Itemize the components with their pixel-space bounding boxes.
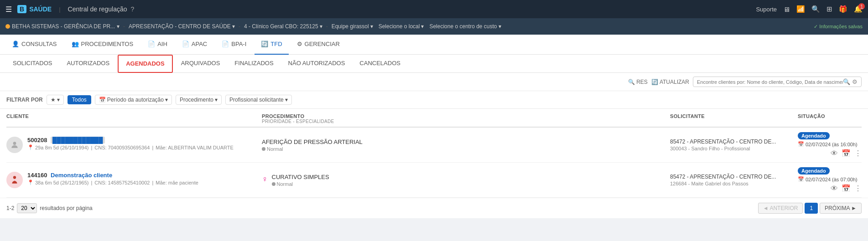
tab-cancelados[interactable]: CANCELADOS <box>352 55 408 73</box>
calendar-action-icon-2[interactable]: 📅 <box>842 184 851 193</box>
tab-finalizados[interactable]: FINALIZADOS <box>227 55 281 73</box>
per-page-select[interactable]: 20 <box>17 203 37 213</box>
consultas-icon: 👤 <box>12 41 19 47</box>
cost-center-name: Selecione o centro de custo <box>429 23 497 30</box>
search-submit-icon[interactable]: 🔍 <box>843 78 850 85</box>
pagination: 1-2 20 resultados por página ◄ ANTERIOR … <box>0 198 868 218</box>
view-icon-1[interactable]: 👁 <box>831 149 838 158</box>
gerenciar-label: GERENCIAR <box>305 41 340 47</box>
support-label: Suporte <box>756 6 777 13</box>
org-chevron-icon: ▾ <box>117 23 120 30</box>
tab-nao-autorizados[interactable]: NÃO AUTORIZADOS <box>281 55 353 73</box>
notification-badge: 1 <box>858 3 865 10</box>
nav-item-aih[interactable]: 📄 AIH <box>141 35 174 55</box>
tfd-label: TFD <box>270 41 282 47</box>
update-icon: 🔄 <box>651 79 658 85</box>
next-page-button[interactable]: PRÓXIMA ► <box>820 203 862 214</box>
priority-dot-icon-1 <box>262 147 265 151</box>
saved-info: ✓ Informações salvas <box>814 24 863 30</box>
nav-item-bpa-i[interactable]: 📄 BPA-I <box>215 35 253 55</box>
professional-filter[interactable]: Profissional solicitante ▾ <box>225 95 292 105</box>
nav-item-apac[interactable]: 📄 APAC <box>176 35 213 55</box>
client-info-1: 500208 ████████████ 📍 29a 8m 5d (26/10/1… <box>27 137 234 150</box>
location-name: Selecione o local <box>379 23 420 30</box>
nav-item-consultas[interactable]: 👤 CONSULTAS <box>5 35 63 55</box>
svg-point-0 <box>13 142 16 145</box>
bpa-icon: 📄 <box>222 41 229 47</box>
unit-name: APRESENTAÇÃO - CENTRO DE SAÚDE <box>129 23 231 30</box>
proc-priority-2: Normal <box>272 181 329 187</box>
client-name-2: 144160 Demonstração cliente <box>27 172 198 179</box>
org-dot-icon <box>5 24 10 29</box>
brand-name: SAÚDE <box>29 5 52 13</box>
unit-selector[interactable]: APRESENTAÇÃO - CENTRO DE SAÚDE ▾ <box>129 23 235 30</box>
bell-button[interactable]: 🔔 1 <box>854 5 863 13</box>
procedure-filter-label: Procedimento <box>180 97 213 103</box>
location-selector[interactable]: Selecione o local ▾ <box>379 23 424 30</box>
nav-item-gerenciar[interactable]: ⚙ GERENCIAR <box>291 35 346 55</box>
res-button[interactable]: 🔍 RES <box>628 79 648 85</box>
star-filter[interactable]: ★ ▾ <box>47 95 64 105</box>
help-icon[interactable]: ? <box>131 5 135 13</box>
nav-item-tfd[interactable]: 🔄 TFD <box>255 35 288 55</box>
aih-label: AIH <box>157 41 167 47</box>
sub-navbar: BETHA SISTEMAS - GERÊNCIA DE PR... ▾ - A… <box>0 18 868 35</box>
sep: | <box>91 180 92 185</box>
gift-icon[interactable]: 🎁 <box>839 5 847 13</box>
search-icon[interactable]: 🔍 <box>811 5 820 13</box>
cost-center-selector[interactable]: Selecione o centro de custo ▾ <box>429 23 501 30</box>
cbo-chevron-icon: ▾ <box>320 23 322 30</box>
search-input[interactable] <box>697 79 843 85</box>
filter-bar: FILTRAR POR ★ ▾ Todos 📅 Período da autor… <box>0 91 868 109</box>
consultas-label: CONSULTAS <box>21 41 57 47</box>
update-button[interactable]: 🔄 ATUALIZAR <box>651 79 689 85</box>
filter-icon[interactable]: ⚙ <box>852 78 858 85</box>
prev-page-button[interactable]: ◄ ANTERIOR <box>758 203 803 214</box>
calendar-icon: 📅 <box>99 97 106 103</box>
col-header-solicit: SOLICITANTE <box>670 113 798 124</box>
status-badge-2: Agendado <box>798 167 830 174</box>
period-filter[interactable]: 📅 Período da autorização ▾ <box>95 95 172 105</box>
pagination-left: 1-2 20 resultados por página <box>6 203 93 213</box>
cbo-selector[interactable]: 4 - Clínico Geral CBO: 225125 ▾ <box>244 23 322 30</box>
menu-icon[interactable]: ☰ <box>5 5 12 14</box>
nav-actions: Suporte 🖥 📶 🔍 ⊞ 🎁 🔔 1 <box>756 5 863 13</box>
sep: | <box>91 145 92 150</box>
status-actions-1: Agendado 📅 02/07/2024 (às 16:00h) 👁 📅 ⋮ <box>798 132 862 158</box>
search-box[interactable]: 🔍 ⚙ <box>693 77 862 87</box>
org-selector[interactable]: BETHA SISTEMAS - GERÊNCIA DE PR... ▾ <box>5 23 120 30</box>
tab-solicitados[interactable]: SOLICITADOS <box>5 55 59 73</box>
status-date-2: 📅 02/07/2024 (às 07:00h) <box>798 176 858 182</box>
grid-icon[interactable]: ⊞ <box>826 5 832 13</box>
toolbar: 🔍 RES 🔄 ATUALIZAR 🔍 ⚙ <box>0 73 868 91</box>
team-selector[interactable]: Equipe girassol ▾ <box>332 23 373 30</box>
team-name: Equipe girassol <box>332 23 369 30</box>
tfd-icon: 🔄 <box>261 41 268 47</box>
current-page: 1 <box>805 203 818 214</box>
all-filter[interactable]: Todos <box>68 95 91 104</box>
professional-chevron-icon: ▾ <box>285 97 288 103</box>
view-icon-2[interactable]: 👁 <box>831 185 838 193</box>
filter-by-label: FILTRAR POR <box>6 97 43 103</box>
procedure-filter[interactable]: Procedimento ▾ <box>176 95 222 105</box>
nav-item-procedimentos[interactable]: 👥 PROCEDIMENTOS <box>65 35 140 55</box>
sep-2: - <box>239 23 240 30</box>
table-row: ♀ 144160 Demonstração cliente 📍 38a 6m 5… <box>6 163 862 198</box>
proc-gender-icon-2: ♀ <box>262 174 268 184</box>
tab-arquivados[interactable]: ARQUIVADOS <box>174 55 228 73</box>
avatar-2: ♀ <box>6 172 23 188</box>
data-table: CLIENTE PROCEDIMENTO PRIORIDADE - ESPECI… <box>0 109 868 198</box>
more-icon-1[interactable]: ⋮ <box>854 149 862 158</box>
main-nav: 👤 CONSULTAS 👥 PROCEDIMENTOS 📄 AIH 📄 APAC… <box>0 35 868 55</box>
more-icon-2[interactable]: ⋮ <box>854 184 862 193</box>
client-detail-1: 📍 29a 8m 5d (26/10/1994) | CNS: 70400935… <box>27 144 234 150</box>
proc-info-2: CURATIVO SIMPLES Normal <box>272 174 329 187</box>
monitor-icon[interactable]: 🖥 <box>783 5 790 13</box>
pagination-right: ◄ ANTERIOR 1 PRÓXIMA ► <box>758 203 862 214</box>
client-name-blurred-1: ████████████ <box>51 137 105 144</box>
calendar-action-icon-1[interactable]: 📅 <box>842 149 851 158</box>
client-cell-1: 500208 ████████████ 📍 29a 8m 5d (26/10/1… <box>6 137 262 153</box>
tab-autorizados[interactable]: AUTORIZADOS <box>59 55 117 73</box>
procedimentos-label: PROCEDIMENTOS <box>81 41 134 47</box>
tab-agendados[interactable]: AGENDADOS <box>118 55 173 73</box>
